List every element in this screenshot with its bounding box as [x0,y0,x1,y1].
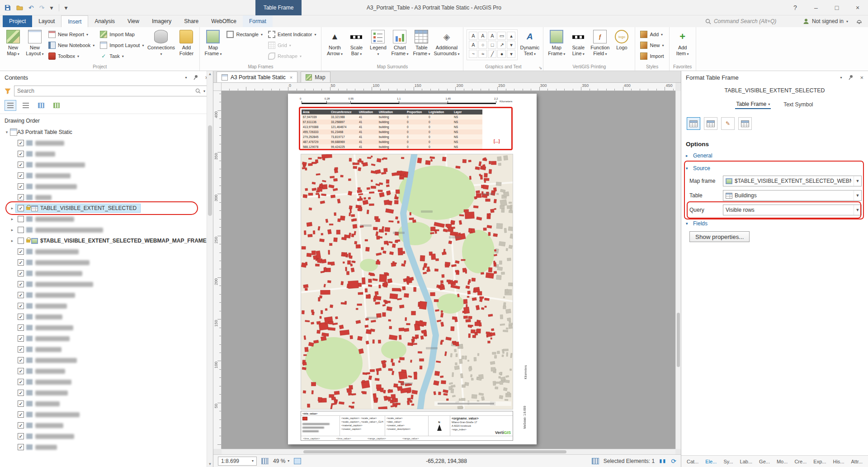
close-pane-icon[interactable]: × [860,74,863,81]
layer-checkbox[interactable] [18,227,24,233]
refresh-icon[interactable]: ⟳ [671,457,676,465]
bottom-tab-ele[interactable]: Ele... [705,459,717,464]
layer-checkbox[interactable]: ✓ [18,422,24,429]
text-graphic-icon[interactable]: ≈ [478,50,487,58]
layout-canvas[interactable]: 00,280,551,11,652,2Kilometers AreaCircum… [222,91,675,449]
text-graphic-icon[interactable]: A [469,32,477,40]
layer-item[interactable]: ▸✓TABLE_VISIBLE_EXTENT_SELECTED [0,203,206,214]
layer-item[interactable]: ✓ [0,398,206,409]
list-by-drawing-order-button[interactable] [5,100,16,111]
ribbon-tab-project[interactable]: Project [3,15,32,27]
layer-item[interactable]: ✓ [0,138,206,148]
layer-checkbox[interactable]: ✓ [18,411,24,418]
layout-grid-icon[interactable] [261,458,269,464]
layer-checkbox[interactable]: ✓ [18,292,24,298]
layer-item[interactable]: ✓ [0,246,206,257]
new-notebook-button[interactable]: New Notebook▾ [47,41,96,50]
layer-item[interactable]: ▸ [0,224,206,235]
import-button[interactable]: Import [639,52,665,61]
ribbon-tab-analysis[interactable]: Analysis [88,15,121,27]
layer-checkbox[interactable]: ✓ [18,183,24,190]
maximize-button[interactable]: □ [826,0,847,15]
view-tab-a3-portrait-table-static[interactable]: A3 Portrait Table Static× [217,71,297,82]
task-button[interactable]: ✓Task▾ [99,52,145,61]
text-graphic-icon[interactable]: A [488,32,496,40]
ribbon-tab-view[interactable]: View [121,15,146,27]
expander-icon[interactable]: ▸ [9,228,15,232]
layer-checkbox[interactable]: ✓ [18,379,24,385]
layer-checkbox[interactable]: ✓ [18,270,24,276]
layer-item[interactable]: ✓ [0,442,206,453]
query-dropdown[interactable]: Visible rows▼ [723,205,862,215]
connections-button[interactable]: Connections▾ [146,28,175,62]
layer-item[interactable]: ✓ [0,376,206,387]
dynamic-text-button[interactable]: ADynamicText ▾ [519,28,541,62]
add-button[interactable]: Add▾ [639,30,665,39]
new-report-button[interactable]: New Report▾ [47,30,96,39]
layer-item[interactable]: ✓ [0,159,206,170]
table-grid-style-button[interactable] [704,117,717,130]
contents-scrollbar[interactable]: ▲ ▼ [207,71,213,467]
snapping-icon[interactable] [294,458,301,464]
import-map-button[interactable]: Import Map [99,30,145,39]
layer-checkbox[interactable]: ✓ [18,303,24,309]
logo-button[interactable]: logoLogo [611,28,632,62]
scrollbar-thumb[interactable] [303,450,566,453]
import-layout-button[interactable]: Import Layout▾ [99,41,145,50]
layer-item[interactable]: ✓ [0,366,206,376]
list-by-selection-button[interactable] [35,100,47,111]
layer-checkbox[interactable]: ✓ [18,346,24,353]
legend-button[interactable]: Legend▾ [367,28,389,62]
layer-item[interactable]: ✓ [0,268,206,279]
view-tab-map[interactable]: Map [301,71,330,82]
north-arrow-button[interactable]: ▲NorthArrow ▾ [324,28,345,62]
expander-icon[interactable]: ▾ [4,130,10,134]
auto-hide-pin-icon[interactable] [847,74,854,81]
pane-menu-icon[interactable]: ▾ [840,76,842,80]
layer-item[interactable]: ✓ [0,148,206,159]
layer-checkbox[interactable] [18,238,24,244]
layer-item[interactable]: ✓ [0,409,206,420]
expander-icon[interactable]: ▸ [9,217,15,221]
text-graphic-icon[interactable]: ▾ [507,50,515,58]
text-graphic-icon[interactable]: ↗ [497,41,506,49]
zoom-control[interactable]: 49 %▾ [273,458,289,464]
layer-item[interactable]: ▸$TABLE_VISIBLE_EXTENT_SELECTED_WEBMAP_M… [0,235,206,246]
fields-section-header[interactable]: ▾ Fields [681,219,868,228]
layer-checkbox[interactable]: ✓ [18,151,24,157]
chart-frame-button[interactable]: ChartFrame ▾ [389,28,410,62]
expander-icon[interactable]: ▸ [9,206,15,210]
map-frame-dropdown[interactable]: $TABLE_VISIBLE_EXTENT_SELECTED_WEBMAP_MA… [723,176,862,186]
layer-checkbox[interactable]: ✓ [18,140,24,146]
format-tab-table-frame[interactable]: Table Frame▾ [735,100,771,109]
layer-item[interactable]: ✓ [0,333,206,344]
map-frame-button[interactable]: MapFrame ▾ [546,28,567,62]
layer-item[interactable]: ▾A3 Portrait Table Static [0,127,206,138]
table-frame-button[interactable]: TableFrame ▾ [410,28,432,62]
layer-checkbox[interactable] [18,216,24,222]
bottom-tab-cre[interactable]: Cre... [794,459,807,464]
ribbon-tab-share[interactable]: Share [178,15,205,27]
ribbon-tab-weboffice[interactable]: WebOffice [205,15,243,27]
layer-item[interactable]: ✓ [0,290,206,300]
layout-page[interactable]: 00,280,551,11,652,2Kilometers AreaCircum… [288,94,537,444]
ribbon-tab-format[interactable]: Format [243,15,273,27]
rectangle-button[interactable]: Rectangle▾ [225,30,264,39]
text-graphic-icon[interactable]: ▾ [507,41,515,49]
text-graphic-icon[interactable]: ● [497,50,506,58]
source-section-header[interactable]: ▾ Source [681,164,868,172]
layer-checkbox[interactable]: ✓ [18,194,24,200]
pane-menu-icon[interactable]: ▾ [185,76,187,80]
scroll-up-icon[interactable]: ▲ [207,72,213,76]
bottom-tab-mo[interactable]: Mo... [777,459,788,464]
bottom-tab-attr[interactable]: Attr... [851,459,863,464]
page-map-frame[interactable] [301,154,513,410]
close-tab-icon[interactable]: × [290,75,292,80]
format-tab-text-symbol[interactable]: Text Symbol [783,100,814,109]
layer-checkbox[interactable]: ✓ [18,205,24,211]
layer-checkbox[interactable]: ✓ [18,400,24,407]
add-item-button[interactable]: +AddItem ▾ [672,28,693,62]
ribbon-tab-layout[interactable]: Layout [32,15,61,27]
notifications-bell-icon[interactable] [855,18,863,25]
layer-item[interactable]: ✓ [0,192,206,203]
